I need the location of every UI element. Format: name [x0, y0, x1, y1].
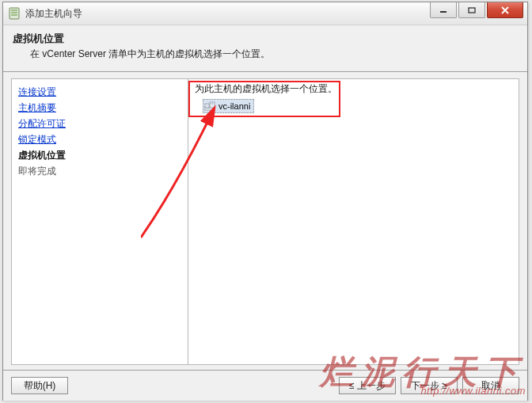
maximize-button[interactable]	[458, 2, 485, 18]
back-button[interactable]: ≤ 上一步	[339, 377, 396, 394]
nav-step-vm-location: 虚拟机位置	[18, 147, 181, 163]
nav-step-connection[interactable]: 连接设置	[18, 84, 181, 100]
nav-step-ready: 即将完成	[18, 163, 181, 179]
nav-step-license[interactable]: 分配许可证	[18, 116, 181, 131]
tree-node-datacenter[interactable]: vc-ilanni	[195, 99, 512, 113]
page-subtitle: 在 vCenter Server 清单中为主机的虚拟机选择一个位置。	[13, 48, 527, 61]
svg-rect-5	[469, 8, 475, 13]
app-icon	[8, 7, 21, 20]
next-button[interactable]: 下一步 ≥	[401, 377, 458, 394]
step-nav: 连接设置 主机摘要 分配许可证 锁定模式 虚拟机位置 即将完成	[11, 78, 188, 365]
minimize-button[interactable]	[430, 2, 457, 18]
nav-step-summary[interactable]: 主机摘要	[18, 100, 181, 116]
help-button[interactable]: 帮助(H)	[11, 377, 68, 394]
close-button[interactable]	[487, 2, 523, 18]
wizard-header: 虚拟机位置 在 vCenter Server 清单中为主机的虚拟机选择一个位置。	[3, 25, 527, 72]
window-title: 添加主机向导	[25, 7, 430, 21]
window-buttons	[430, 2, 527, 25]
wizard-window: 添加主机向导 虚拟机位置 在 vCenter Server 清单中为主机的虚拟机…	[2, 2, 528, 401]
tree-node-label: vc-ilanni	[218, 101, 250, 111]
svg-rect-4	[440, 11, 446, 13]
svg-rect-3	[11, 14, 17, 16]
datacenter-icon	[204, 101, 215, 111]
main-prompt: 为此主机的虚拟机选择一个位置。	[195, 82, 512, 96]
svg-rect-9	[205, 104, 209, 108]
svg-rect-2	[11, 12, 17, 13]
wizard-body: 连接设置 主机摘要 分配许可证 锁定模式 虚拟机位置 即将完成 为此主机的虚拟机…	[3, 72, 527, 370]
titlebar: 添加主机向导	[3, 2, 527, 25]
tree-node-selected: vc-ilanni	[203, 99, 254, 113]
wizard-footer: 帮助(H) ≤ 上一步 下一步 ≥ 取消	[3, 370, 527, 401]
svg-rect-10	[210, 102, 215, 108]
page-title: 虚拟机位置	[13, 32, 527, 46]
main-panel: 为此主机的虚拟机选择一个位置。 vc-ilanni	[188, 78, 519, 365]
svg-rect-12	[212, 104, 213, 105]
nav-step-lockdown[interactable]: 锁定模式	[18, 131, 181, 147]
svg-rect-1	[11, 10, 17, 11]
cancel-button[interactable]: 取消	[462, 377, 519, 394]
svg-rect-11	[211, 104, 211, 105]
